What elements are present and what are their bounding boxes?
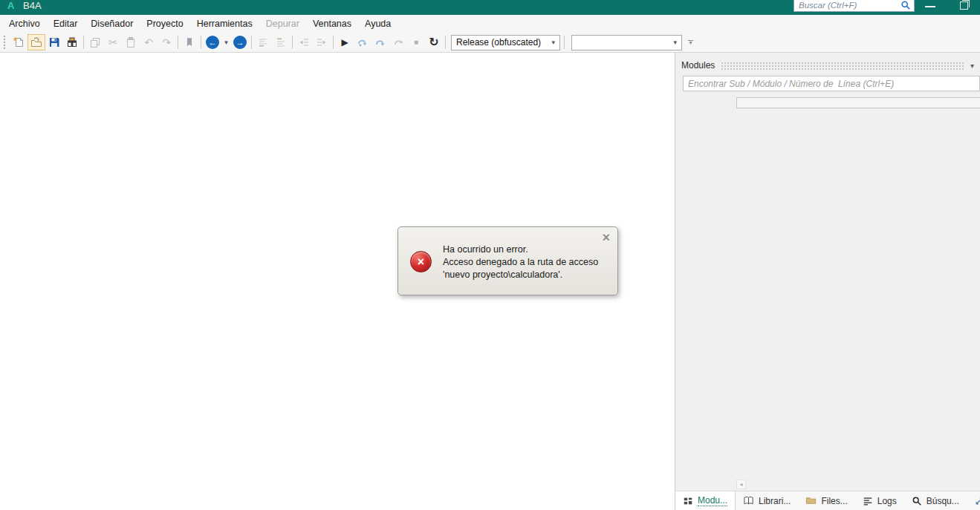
chevron-down-icon: ▾ [551, 39, 555, 46]
build-configuration-combobox[interactable]: Release (obfuscated) ▾ [451, 35, 560, 50]
search-input[interactable] [799, 1, 901, 10]
menu-herramientas[interactable]: Herramientas [190, 16, 259, 32]
modules-icon [683, 496, 693, 506]
error-line-1: Ha ocurrido un error. [443, 243, 598, 256]
indent-increase-icon [313, 34, 331, 50]
menu-ventanas[interactable]: Ventanas [306, 16, 358, 32]
tab-label: Files... [821, 496, 847, 506]
magnifier-icon[interactable] [901, 0, 911, 10]
search-tab-icon [912, 496, 922, 506]
error-icon: × [410, 251, 432, 272]
scroll-left-icon[interactable]: ◂ [736, 480, 746, 489]
menu-editar[interactable]: Editar [47, 16, 85, 32]
toolbar-separator [445, 36, 446, 49]
toolbar-separator [333, 36, 334, 49]
toolbar-separator [83, 36, 84, 49]
build-configuration-value: Release (obfuscated) [456, 37, 541, 48]
copy-icon [86, 34, 104, 50]
titlebar: A B4A [0, 0, 980, 15]
error-line-2: Acceso denegado a la ruta de acceso [443, 256, 598, 269]
titlebar-search-box[interactable] [794, 0, 915, 12]
tab-libraries[interactable]: Librari... [736, 491, 798, 510]
modules-panel-header: Modules ▾ [675, 53, 980, 72]
open-project-icon[interactable] [27, 34, 45, 50]
modules-search-input[interactable] [688, 79, 975, 89]
step-out-icon [389, 34, 407, 50]
modules-search-box[interactable] [683, 76, 980, 91]
bookmark-icon[interactable] [181, 34, 198, 50]
toolbar-overflow-icon[interactable]: ▾ [688, 40, 693, 45]
step-into-icon [354, 34, 371, 50]
libraries-icon [743, 495, 754, 506]
chevron-down-icon: ▾ [673, 39, 677, 46]
close-icon[interactable]: × [602, 230, 610, 246]
modules-panel-title: Modules [681, 60, 715, 71]
comment-icon [254, 34, 272, 50]
tab-label: Modu... [698, 495, 727, 506]
menu-proyecto[interactable]: Proyecto [140, 16, 189, 32]
undo-icon: ↶ [140, 34, 158, 50]
window-title: B4A [23, 0, 42, 11]
toolbar-separator [292, 36, 293, 49]
tab-search[interactable]: Búsqu... [904, 491, 967, 510]
package-icon[interactable] [63, 34, 81, 50]
paste-icon [122, 34, 140, 50]
logs-icon [863, 496, 873, 506]
files-icon [805, 495, 817, 506]
toolbar-separator [201, 36, 201, 49]
toolbar-grip[interactable] [4, 36, 6, 49]
minimize-icon[interactable] [925, 6, 935, 7]
run-icon[interactable]: ▶ [336, 34, 354, 50]
error-line-3: 'nuevo proyecto\calculadora'. [443, 269, 598, 281]
tab-find-references[interactable]: Enc [967, 491, 980, 510]
menu-ayuda[interactable]: Ayuda [358, 16, 397, 32]
tab-label: Logs [877, 496, 897, 506]
tab-label: Librari... [759, 496, 791, 506]
tab-logs[interactable]: Logs [855, 491, 904, 510]
new-project-icon[interactable] [10, 34, 27, 50]
stop-icon: ■ [407, 34, 425, 50]
tab-label: Búsqu... [927, 496, 959, 506]
panel-tab-bar: Modu... Librari... Files... Logs Búsqu..… [675, 491, 980, 510]
modules-list-header [736, 97, 980, 108]
tab-modules[interactable]: Modu... [675, 491, 736, 510]
tab-files[interactable]: Files... [798, 491, 854, 510]
menu-archivo[interactable]: Archivo [2, 16, 47, 32]
toolbar-separator [564, 36, 565, 49]
menu-depurar: Depurar [259, 16, 306, 32]
error-message: Ha ocurrido un error. Acceso denegado a … [443, 243, 598, 281]
toolbar-separator [178, 36, 178, 49]
indent-decrease-icon [295, 34, 313, 50]
error-dialog: × × Ha ocurrido un error. Acceso denegad… [397, 226, 618, 295]
navigate-forward-icon[interactable]: → [231, 34, 249, 50]
toolbar-separator [251, 36, 252, 49]
restore-icon[interactable] [960, 1, 968, 10]
uncomment-icon [272, 34, 290, 50]
navigate-back-icon[interactable]: ← [204, 34, 221, 50]
step-over-icon [371, 34, 389, 50]
menubar: Archivo Editar Diseñador Proyecto Herram… [0, 15, 980, 33]
toolbar: ✂ ↶ ↷ ← ▾ → ▶ ■ ↻ Release (obfuscated) ▾ [0, 33, 980, 53]
navigate-back-dropdown-icon[interactable]: ▾ [221, 34, 231, 50]
redo-icon: ↷ [158, 34, 175, 50]
menu-disenador[interactable]: Diseñador [84, 16, 140, 32]
save-icon[interactable] [45, 34, 63, 50]
module-selector-combobox[interactable]: ▾ [571, 35, 682, 50]
modules-panel: Modules ▾ ◂ Modu... Librari... Files... [675, 53, 980, 510]
panel-header-texture [721, 62, 964, 70]
app-logo: A [7, 0, 14, 11]
cut-icon: ✂ [104, 34, 122, 50]
references-icon [974, 496, 980, 506]
restart-icon[interactable]: ↻ [425, 34, 443, 50]
panel-menu-icon[interactable]: ▾ [970, 62, 976, 70]
modules-list-area[interactable]: ◂ [675, 93, 980, 491]
